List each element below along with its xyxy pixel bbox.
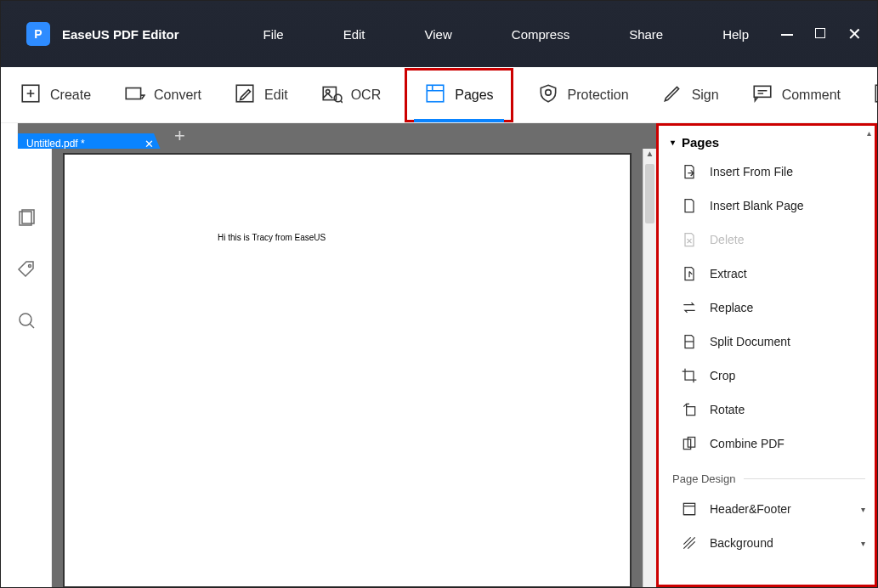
action-background-label: Background <box>710 536 773 550</box>
svg-rect-14 <box>687 407 695 416</box>
rotate-icon <box>681 401 698 418</box>
app-title: EaseUS PDF Editor <box>62 27 179 42</box>
action-background[interactable]: Background ▾ <box>657 526 877 560</box>
pen-icon <box>661 82 683 108</box>
thumbnails-icon[interactable] <box>16 208 37 232</box>
page-insert-icon <box>681 163 698 180</box>
document-page[interactable]: Hi this is Tracy from EaseUS <box>64 154 631 587</box>
action-crop[interactable]: Crop <box>657 359 877 393</box>
svg-rect-16 <box>688 438 694 448</box>
action-split-document[interactable]: Split Document <box>657 325 877 359</box>
panel-scrollbar[interactable]: ▴ <box>863 128 875 582</box>
window-controls: ✕ <box>781 24 862 44</box>
tool-forms[interactable]: Forms <box>864 77 877 113</box>
canvas-scrollbar[interactable]: ▲ <box>643 149 656 587</box>
scroll-thumb[interactable] <box>645 164 654 223</box>
svg-rect-1 <box>126 88 140 99</box>
action-delete-label: Delete <box>710 233 744 246</box>
action-combine-pdf[interactable]: Combine PDF <box>657 427 877 461</box>
tag-icon[interactable] <box>16 259 37 283</box>
tool-create-label: Create <box>50 88 91 103</box>
tool-edit[interactable]: Edit <box>225 77 297 113</box>
titlebar: P EaseUS PDF Editor File Edit View Compr… <box>1 1 877 67</box>
background-icon <box>681 534 698 551</box>
panel-scroll-up[interactable]: ▴ <box>863 128 875 138</box>
plus-box-icon <box>20 82 42 108</box>
tool-ocr[interactable]: OCR <box>312 77 390 113</box>
header-footer-icon <box>681 500 698 517</box>
tool-edit-label: Edit <box>264 88 288 103</box>
document-body-text: Hi this is Tracy from EaseUS <box>218 233 326 242</box>
panel-section-page-design: Page Design <box>657 461 877 492</box>
tool-pages[interactable]: Pages <box>405 68 513 122</box>
svg-rect-6 <box>427 85 444 102</box>
left-sidebar <box>1 149 52 587</box>
action-delete: Delete <box>657 223 877 257</box>
menu-compress[interactable]: Compress <box>512 27 569 42</box>
section-divider <box>744 478 865 479</box>
tool-sign[interactable]: Sign <box>653 77 728 113</box>
svg-point-12 <box>28 265 31 268</box>
main-menu: File Edit View Compress Share Help <box>195 27 750 42</box>
svg-point-5 <box>334 94 342 102</box>
tool-convert[interactable]: Convert <box>115 77 210 113</box>
blank-page-icon <box>681 197 698 214</box>
panel-title: Pages <box>682 135 719 150</box>
tool-pages-label: Pages <box>455 88 493 103</box>
action-replace[interactable]: Replace <box>657 291 877 325</box>
svg-rect-8 <box>754 86 771 97</box>
action-extract[interactable]: Extract <box>657 257 877 291</box>
pages-icon <box>424 82 446 108</box>
forms-icon <box>873 82 877 108</box>
menu-help[interactable]: Help <box>722 27 749 42</box>
action-combine-pdf-label: Combine PDF <box>710 437 785 450</box>
search-icon[interactable] <box>16 310 37 334</box>
tool-comment[interactable]: Comment <box>743 77 849 113</box>
tool-create[interactable]: Create <box>11 77 99 113</box>
action-header-footer-label: Header&Footer <box>710 502 791 516</box>
svg-rect-15 <box>683 439 690 449</box>
action-header-footer[interactable]: Header&Footer ▾ <box>657 492 877 526</box>
action-rotate-label: Rotate <box>710 403 745 416</box>
action-split-document-label: Split Document <box>710 335 790 348</box>
document-canvas[interactable]: Hi this is Tracy from EaseUS <box>52 149 643 587</box>
tool-protection[interactable]: Protection <box>529 77 637 113</box>
app-logo: P <box>26 22 50 46</box>
menu-file[interactable]: File <box>263 27 284 42</box>
action-insert-blank-page[interactable]: Insert Blank Page <box>657 189 877 223</box>
replace-icon <box>681 299 698 316</box>
tool-convert-label: Convert <box>154 88 201 103</box>
tool-sign-label: Sign <box>692 88 719 103</box>
action-rotate[interactable]: Rotate <box>657 393 877 427</box>
window-maximize-button[interactable] <box>815 27 825 41</box>
workspace: Hi this is Tracy from EaseUS ▲ ▴ ▾ Pages… <box>1 149 877 587</box>
pages-panel: ▴ ▾ Pages Insert From File Insert Blank … <box>656 123 877 587</box>
toolbar: Create Convert Edit OCR Pages Protection <box>1 67 877 123</box>
window-close-button[interactable]: ✕ <box>847 24 862 44</box>
tabstrip-left-gutter <box>1 123 18 149</box>
new-tab-button[interactable]: + <box>162 127 197 145</box>
svg-rect-17 <box>683 503 694 514</box>
menu-edit[interactable]: Edit <box>343 27 365 42</box>
action-insert-blank-page-label: Insert Blank Page <box>710 199 804 212</box>
ocr-icon <box>320 82 343 108</box>
convert-icon <box>123 82 145 108</box>
edit-icon <box>234 82 256 108</box>
svg-rect-9 <box>875 85 877 102</box>
extract-icon <box>681 265 698 282</box>
menu-share[interactable]: Share <box>629 27 663 42</box>
tool-comment-label: Comment <box>782 88 841 103</box>
collapse-caret-icon: ▾ <box>671 138 675 147</box>
shield-icon <box>537 82 559 108</box>
panel-header[interactable]: ▾ Pages <box>657 127 877 155</box>
delete-page-icon <box>681 231 698 248</box>
crop-icon <box>681 367 698 384</box>
menu-view[interactable]: View <box>425 27 452 42</box>
tool-protection-label: Protection <box>568 88 629 103</box>
scroll-up-button[interactable]: ▲ <box>643 149 656 162</box>
comment-icon <box>751 82 773 108</box>
window-minimize-button[interactable] <box>781 27 793 41</box>
action-insert-from-file-label: Insert From File <box>710 165 793 178</box>
action-insert-from-file[interactable]: Insert From File <box>657 155 877 189</box>
panel-actions: Insert From File Insert Blank Page Delet… <box>657 155 877 461</box>
